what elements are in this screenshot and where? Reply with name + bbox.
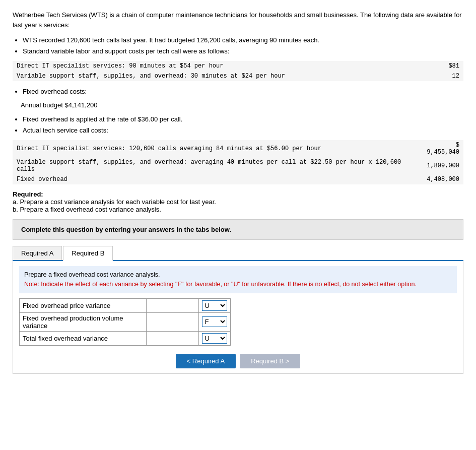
table-row: Fixed overhead4,408,000 bbox=[13, 174, 463, 184]
table-row: Fixed overhead production volume varianc… bbox=[20, 312, 231, 331]
tabs-row: Required A Required B bbox=[13, 246, 463, 261]
variance-table: Fixed overhead price variance F U Fixed … bbox=[19, 298, 231, 346]
variance-select-2[interactable]: F U bbox=[202, 333, 227, 344]
intro-bullets: WTS recorded 120,600 tech calls last yea… bbox=[18, 35, 463, 57]
table-row: Direct IT specialist services: 120,600 c… bbox=[13, 140, 463, 157]
rate-bullet-2: Actual tech service call costs: bbox=[23, 125, 463, 136]
required-item-a: a. Prepare a cost variance analysis for … bbox=[13, 198, 463, 206]
prev-button[interactable]: Required A bbox=[176, 354, 236, 368]
required-item-b: b. Prepare a fixed overhead cost varianc… bbox=[13, 206, 463, 213]
variance-input-2[interactable] bbox=[150, 335, 195, 342]
nav-buttons: Required A Required B bbox=[19, 354, 457, 368]
table-row: Fixed overhead price variance F U bbox=[20, 298, 231, 312]
standard-costs-table: Direct IT specialist services: 90 minute… bbox=[13, 61, 463, 81]
instruction-note: Note: Indicate the effect of each varian… bbox=[24, 280, 452, 289]
rate-bullet-1: Fixed overhead is applied at the rate of… bbox=[23, 114, 463, 125]
actual-costs-table: Direct IT specialist services: 120,600 c… bbox=[13, 140, 463, 184]
tab-content: Prepare a fixed overhead cost variance a… bbox=[13, 261, 463, 374]
variance-input-0[interactable] bbox=[150, 302, 195, 309]
tab-required-b[interactable]: Required B bbox=[63, 246, 113, 261]
variance-select-1[interactable]: F U bbox=[202, 316, 227, 327]
table-row: Total fixed overhead variance F U bbox=[20, 331, 231, 345]
table-row: Variable support staff, supplies, and ov… bbox=[13, 71, 463, 81]
fixed-overhead-rate-bullets: Fixed overhead is applied at the rate of… bbox=[18, 114, 463, 136]
bullet-1: WTS recorded 120,600 tech calls last yea… bbox=[23, 35, 463, 46]
intro-paragraph: Wetherbee Tech Services (WTS) is a chain… bbox=[13, 10, 463, 30]
required-section: Required: a. Prepare a cost variance ana… bbox=[13, 190, 463, 213]
instruction-main: Prepare a fixed overhead cost variance a… bbox=[24, 270, 452, 280]
table-row: Direct IT specialist services: 90 minute… bbox=[13, 61, 463, 71]
complete-box: Complete this question by entering your … bbox=[13, 219, 463, 240]
table-row: Variable support staff, supplies, and ov… bbox=[13, 157, 463, 174]
variance-select-0[interactable]: F U bbox=[202, 300, 227, 311]
bullet-2: Standard variable labor and support cost… bbox=[23, 46, 463, 57]
fixed-overhead-bullet: Fixed overhead costs: bbox=[23, 86, 463, 97]
next-button[interactable]: Required B bbox=[240, 354, 300, 368]
variance-input-1[interactable] bbox=[150, 318, 195, 326]
required-title: Required: bbox=[13, 190, 463, 198]
instruction-box: Prepare a fixed overhead cost variance a… bbox=[19, 266, 457, 293]
tab-required-a[interactable]: Required A bbox=[13, 246, 62, 260]
fixed-overhead-bullets: Fixed overhead costs: bbox=[18, 86, 463, 97]
annual-budget: Annual budget $4,141,200 bbox=[21, 101, 463, 109]
